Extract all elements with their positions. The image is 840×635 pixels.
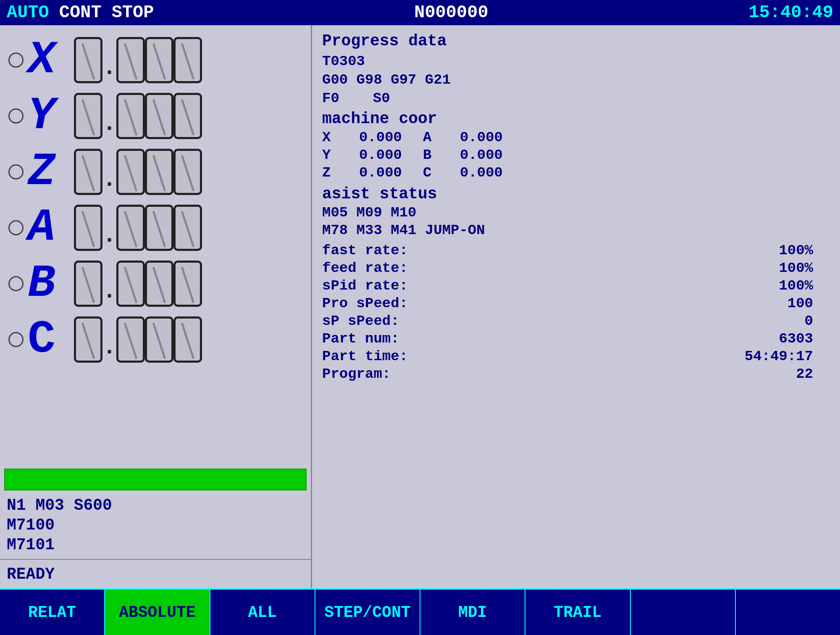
- tab-trail[interactable]: TRAIL: [525, 590, 630, 635]
- coord-x-label: X: [322, 129, 347, 145]
- digit-z-2: [116, 149, 145, 195]
- axis-row-b: B .: [8, 257, 302, 310]
- coord-z-label: Z: [322, 165, 347, 181]
- digit-y-2: [116, 93, 145, 139]
- coord-a-value: 0.000: [452, 129, 503, 145]
- axis-letter-x: X: [28, 37, 74, 83]
- dot-x: .: [102, 34, 116, 86]
- tab-relat[interactable]: RELAT: [0, 590, 105, 635]
- digit-x-3: [145, 37, 173, 83]
- gcode-row: G00 G98 G97 G21: [322, 72, 830, 88]
- digit-row-y: .: [74, 90, 202, 142]
- dot-c: .: [102, 313, 116, 366]
- main-area: X . Y .: [0, 25, 840, 588]
- coord-y-value: 0.000: [352, 147, 402, 163]
- digit-c-3: [145, 316, 173, 363]
- digit-a-3: [145, 205, 173, 251]
- pro-speed-value: 100: [788, 295, 813, 311]
- part-time-row: Part time: 54:49:17: [322, 348, 830, 364]
- axis-circle-x: [8, 53, 24, 68]
- coord-a-label: A: [423, 129, 448, 145]
- assist-status-title: asist status: [322, 185, 830, 203]
- axis-letter-c: C: [28, 316, 74, 363]
- digit-row-a: .: [74, 201, 202, 254]
- digit-y-4: [173, 93, 202, 139]
- digit-row-b: .: [74, 257, 202, 310]
- feed-rate-row: feed rate: 100%: [322, 260, 830, 276]
- auto-label: AUTO: [7, 3, 49, 23]
- top-bar: AUTO CONT STOP N000000 15:40:49: [0, 0, 840, 25]
- tool-value: T0303: [322, 53, 365, 69]
- axis-circle-a: [8, 220, 24, 235]
- dot-z: .: [102, 145, 116, 198]
- program-row: Program: 22: [322, 366, 830, 382]
- part-time-label: Part time:: [322, 348, 408, 364]
- machine-coor-title: machine coor: [322, 110, 830, 128]
- digit-z-4: [173, 149, 202, 195]
- tab-step-cont[interactable]: STEP/CONT: [315, 590, 420, 635]
- bottom-tabs: RELAT ABSOLUTE ALL STEP/CONT MDI TRAIL: [0, 588, 840, 635]
- axis-row-x: X .: [8, 34, 302, 86]
- tab-all[interactable]: ALL: [210, 590, 315, 635]
- gcode-values: G00 G98 G97 G21: [322, 72, 451, 88]
- pro-speed-row: Pro sPeed: 100: [322, 295, 830, 311]
- part-num-label: Part num:: [322, 331, 399, 347]
- code-line-3: M7101: [7, 536, 304, 554]
- digit-c-2: [116, 316, 145, 363]
- progress-bar-container: [4, 469, 307, 490]
- axis-letter-b: B: [28, 261, 74, 307]
- coord-c-label: C: [423, 165, 448, 181]
- tool-row: T0303: [322, 53, 830, 69]
- tab-mdi[interactable]: MDI: [420, 590, 525, 635]
- fast-rate-value: 100%: [779, 242, 813, 258]
- dot-b: .: [102, 257, 116, 310]
- digit-x-2: [116, 37, 145, 83]
- digit-row-z: .: [74, 145, 202, 198]
- axis-circle-c: [8, 332, 24, 347]
- tab-empty-1[interactable]: [631, 590, 736, 635]
- coord-b-value: 0.000: [452, 147, 503, 163]
- f-label: F0: [322, 90, 339, 106]
- coord-row-y: Y 0.000 B 0.000: [322, 147, 830, 163]
- left-panel: X . Y .: [0, 25, 311, 588]
- dot-y: .: [102, 90, 116, 142]
- fast-rate-row: fast rate: 100%: [322, 242, 830, 258]
- program-label: Program:: [322, 366, 391, 382]
- spid-rate-label: sPid rate:: [322, 278, 408, 294]
- digit-x-1: [74, 37, 102, 83]
- code-lines: N1 M03 S600 M7100 M7101: [0, 493, 311, 559]
- digit-a-2: [116, 205, 145, 251]
- coord-x-value: 0.000: [352, 129, 402, 145]
- dot-a: .: [102, 201, 116, 254]
- digit-b-1: [74, 261, 102, 307]
- feed-rate-value: 100%: [779, 260, 813, 276]
- spid-rate-value: 100%: [779, 278, 813, 294]
- sp-speed-label: sP sPeed:: [322, 313, 399, 329]
- program-number: N000000: [414, 3, 488, 23]
- coord-y-label: Y: [322, 147, 347, 163]
- clock: 15:40:49: [748, 3, 833, 23]
- code-line-2: M7100: [7, 516, 304, 534]
- status-text: READY: [7, 565, 55, 583]
- progress-bar: [4, 469, 307, 490]
- part-time-value: 54:49:17: [745, 348, 813, 364]
- tab-empty-2[interactable]: [736, 590, 840, 635]
- right-panel: Progress data T0303 G00 G98 G97 G21 F0 S…: [311, 25, 840, 588]
- fast-rate-label: fast rate:: [322, 242, 408, 258]
- digit-b-4: [173, 261, 202, 307]
- coord-c-value: 0.000: [452, 165, 503, 181]
- axis-letter-y: Y: [28, 93, 74, 139]
- feed-rate-label: feed rate:: [322, 260, 408, 276]
- tab-absolute[interactable]: ABSOLUTE: [105, 590, 210, 635]
- digit-y-3: [145, 93, 173, 139]
- digit-c-4: [173, 316, 202, 363]
- sp-speed-row: sP sPeed: 0: [322, 313, 830, 329]
- axis-row-c: C .: [8, 313, 302, 366]
- coord-row-z: Z 0.000 C 0.000: [322, 165, 830, 181]
- digit-y-1: [74, 93, 102, 139]
- fs-row: F0 S0: [322, 90, 830, 106]
- top-bar-left: AUTO CONT STOP: [7, 3, 154, 23]
- coord-b-label: B: [423, 147, 448, 163]
- axis-letter-a: A: [28, 205, 74, 251]
- digit-b-3: [145, 261, 173, 307]
